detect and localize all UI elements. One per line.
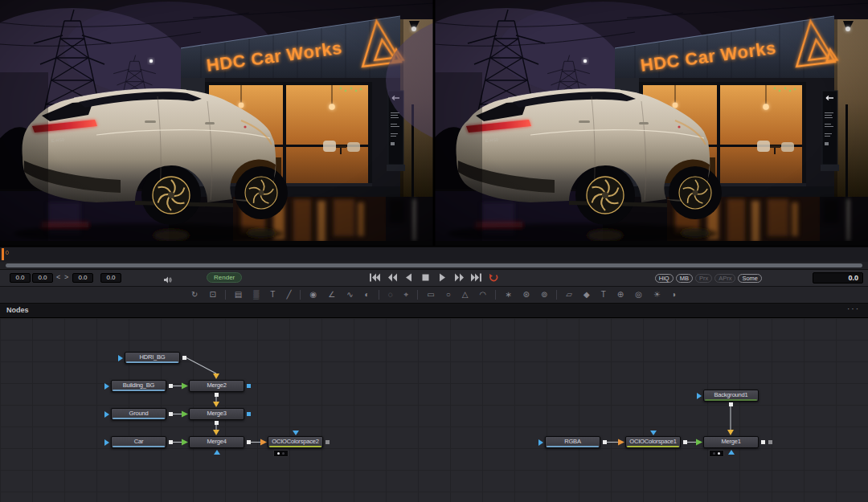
node-mask-port[interactable] bbox=[247, 412, 251, 416]
quality-some-button[interactable]: Some bbox=[738, 274, 762, 283]
node-input-port[interactable] bbox=[104, 383, 109, 390]
play-reverse-button[interactable] bbox=[403, 272, 414, 283]
step-back-button[interactable]: < bbox=[56, 273, 60, 282]
node-extra-port[interactable] bbox=[768, 440, 772, 444]
quality-mb-button[interactable]: MB bbox=[676, 274, 693, 283]
audio-mute-button[interactable] bbox=[163, 273, 173, 288]
loop-button[interactable] bbox=[488, 272, 498, 283]
paint-icon[interactable]: ╱ bbox=[280, 288, 297, 302]
pemitter-icon[interactable]: ∗ bbox=[499, 288, 517, 302]
fast-reverse-button[interactable] bbox=[387, 272, 397, 283]
viewer-divider[interactable] bbox=[433, 0, 436, 246]
node-mask-port[interactable] bbox=[214, 450, 220, 455]
current-frame-field[interactable]: 0.0 bbox=[813, 272, 863, 284]
node-Background1[interactable]: Background1 bbox=[703, 390, 759, 402]
node-Car[interactable]: Car bbox=[111, 436, 166, 448]
node-output-port[interactable] bbox=[182, 356, 186, 360]
node-output-port[interactable] bbox=[169, 440, 173, 444]
step-forward-button[interactable]: > bbox=[64, 273, 68, 282]
node-output-port[interactable] bbox=[326, 440, 330, 444]
node-output-port[interactable] bbox=[169, 384, 173, 388]
media-in-icon[interactable]: ↻ bbox=[186, 288, 203, 302]
go-first-button[interactable] bbox=[370, 272, 380, 283]
node-output-port[interactable] bbox=[683, 440, 687, 444]
render-end-field[interactable]: 0.0 bbox=[72, 273, 93, 283]
merge-3d-icon[interactable]: ⊕ bbox=[612, 288, 629, 302]
left-viewer[interactable] bbox=[0, 0, 478, 246]
polygon-mask-icon[interactable]: △ bbox=[457, 288, 474, 302]
transform-icon[interactable]: ⌖ bbox=[399, 288, 415, 302]
timeline-scrollbar-thumb[interactable] bbox=[6, 263, 862, 267]
node-output-port[interactable] bbox=[215, 421, 219, 425]
node-mask-port[interactable] bbox=[293, 431, 299, 435]
fast-noise-icon[interactable]: ▒ bbox=[248, 288, 264, 302]
text-plus-icon[interactable]: T bbox=[264, 288, 280, 302]
viewer-dot-active[interactable] bbox=[718, 452, 720, 455]
stop-button[interactable] bbox=[420, 272, 431, 283]
node-output-port[interactable] bbox=[729, 402, 733, 406]
ellipse-mask-icon[interactable]: ○ bbox=[440, 288, 457, 302]
node-input-port[interactable] bbox=[538, 439, 543, 446]
node-Merge1[interactable]: Merge1 bbox=[703, 436, 759, 448]
viewer-assign-dots[interactable] bbox=[273, 450, 289, 457]
quality-hiq-button[interactable]: HiQ bbox=[655, 274, 674, 283]
range-start-field[interactable]: 0.0 bbox=[10, 273, 31, 283]
play-forward-button[interactable] bbox=[437, 272, 448, 283]
node-output-port[interactable] bbox=[761, 440, 765, 444]
node-HDRI_BG[interactable]: HDRI_BG bbox=[125, 352, 180, 364]
color-corrector-icon[interactable]: ◉ bbox=[304, 288, 322, 302]
bspline-mask-icon[interactable]: ◠ bbox=[473, 288, 492, 302]
brightness-contrast-icon[interactable]: ◐ bbox=[359, 288, 375, 302]
node-Building_BG[interactable]: Building_BG bbox=[111, 380, 166, 392]
node-mask-port[interactable] bbox=[650, 431, 657, 435]
node-graph[interactable]: HDRI_BGBuilding_BGGroundCarMerge2Merge3M… bbox=[0, 318, 868, 502]
background-icon[interactable]: ▤ bbox=[229, 288, 248, 302]
renderer-3d-icon[interactable]: ◗ bbox=[666, 288, 682, 302]
node-input-port[interactable] bbox=[104, 439, 109, 446]
go-last-button[interactable] bbox=[471, 272, 481, 283]
viewer-assign-dots[interactable] bbox=[709, 450, 724, 457]
node-OCIOColorspace1[interactable]: OCIOColorspace1 bbox=[625, 436, 681, 448]
playhead[interactable] bbox=[2, 248, 4, 260]
shape-3d-icon[interactable]: ◆ bbox=[578, 288, 596, 302]
render-button[interactable]: Render bbox=[207, 272, 242, 283]
node-OCIOColorspace2[interactable]: OCIOColorspace2 bbox=[268, 436, 323, 448]
pmerge-icon[interactable]: ⊛ bbox=[518, 288, 535, 302]
node-output-port[interactable] bbox=[215, 393, 219, 397]
right-viewer[interactable] bbox=[386, 0, 868, 246]
prender-icon[interactable]: ⊚ bbox=[535, 288, 553, 302]
node-input-port[interactable] bbox=[118, 355, 123, 361]
node-output-port[interactable] bbox=[247, 440, 251, 444]
node-Merge4[interactable]: Merge4 bbox=[189, 436, 244, 448]
node-mask-port[interactable] bbox=[728, 450, 735, 455]
viewer-dot-inactive[interactable] bbox=[713, 452, 715, 455]
rectangle-mask-icon[interactable]: ▭ bbox=[421, 288, 440, 302]
image-plane-3d-icon[interactable]: ▱ bbox=[560, 288, 578, 302]
node-Merge3[interactable]: Merge3 bbox=[189, 408, 244, 420]
timeline-ruler[interactable]: 0 bbox=[0, 247, 868, 262]
node-RGBA[interactable]: RGBA bbox=[545, 436, 600, 448]
node-input-port[interactable] bbox=[697, 393, 702, 399]
quality-aprx-button[interactable]: APrx bbox=[714, 274, 735, 283]
node-output-port[interactable] bbox=[169, 412, 173, 416]
node-Ground[interactable]: Ground bbox=[111, 408, 166, 420]
fast-forward-button[interactable] bbox=[454, 272, 465, 283]
spot-light-3d-icon[interactable]: ☀ bbox=[648, 288, 666, 302]
media-out-icon[interactable]: ⊡ bbox=[203, 288, 221, 302]
color-curves-icon[interactable]: ∠ bbox=[322, 288, 341, 302]
node-mask-port[interactable] bbox=[247, 384, 251, 388]
viewer-dot-inactive[interactable] bbox=[282, 452, 285, 455]
text-3d-icon[interactable]: T bbox=[596, 288, 612, 302]
quality-prx-button[interactable]: Prx bbox=[695, 274, 712, 283]
range-end-field[interactable]: 0.0 bbox=[100, 273, 121, 283]
nodes-panel-options-button[interactable]: ··· bbox=[847, 304, 860, 313]
node-output-port[interactable] bbox=[603, 440, 607, 444]
render-start-field[interactable]: 0.0 bbox=[32, 273, 53, 283]
camera-3d-icon[interactable]: ◎ bbox=[629, 288, 648, 302]
hue-curves-icon[interactable]: ∿ bbox=[341, 288, 358, 302]
viewer-area[interactable]: HDC Car Works bbox=[0, 0, 868, 247]
node-Merge2[interactable]: Merge2 bbox=[189, 380, 244, 392]
node-input-port[interactable] bbox=[104, 411, 109, 418]
blur-icon[interactable]: ◌ bbox=[383, 288, 399, 302]
viewer-dot-active[interactable] bbox=[277, 452, 280, 455]
